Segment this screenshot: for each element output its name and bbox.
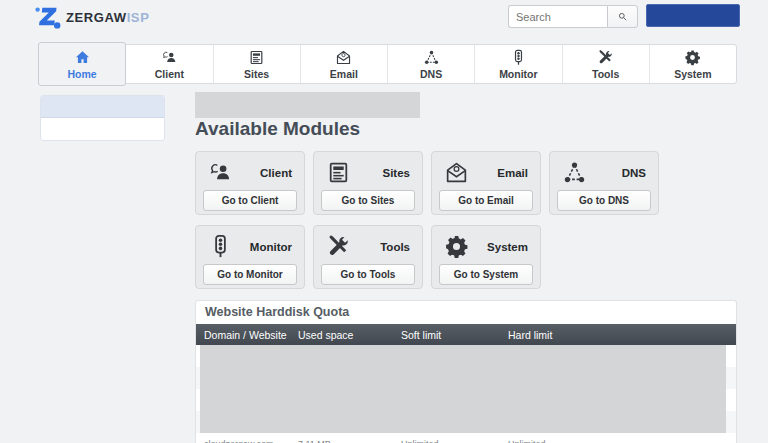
go-to-monitor-button[interactable]: Go to Monitor [203,264,297,285]
module-card-email: Email Go to Email [431,151,541,215]
tab-dns[interactable]: DNS [387,45,474,83]
table-row: cloudzergaw.com 7.11 MB Unlimited Unlimi… [196,433,736,443]
client-icon [161,49,178,66]
system-icon [684,49,701,66]
module-title: System [487,241,528,253]
monitor-icon [208,234,233,259]
logo-suffix: ISP [127,10,150,25]
zergaw-z-icon [34,5,61,30]
search-input[interactable] [508,5,607,28]
search-group [508,5,638,28]
search-button[interactable] [607,5,638,28]
logo-wordmark: ZERGAWISP [66,10,149,25]
module-title: Email [497,167,528,179]
sidebar-menu [40,95,165,141]
cell-soft-limit: Unlimited [401,439,508,443]
tab-label: Tools [592,68,619,80]
tools-icon [597,49,614,66]
module-title: Tools [380,241,410,253]
sidebar-item[interactable] [41,118,164,140]
tab-email[interactable]: Email [300,45,387,83]
go-to-dns-button[interactable]: Go to DNS [557,190,651,211]
page-title: Available Modules [195,118,360,140]
module-card-dns: DNS Go to DNS [549,151,659,215]
zergaw-logo[interactable]: ZERGAWISP [34,5,149,30]
modules-row-2: Monitor Go to Monitor Tools Go to Tools … [195,225,541,289]
breadcrumb-placeholder [195,92,420,118]
module-card-sites: Sites Go to Sites [313,151,423,215]
column-header-soft-limit: Soft limit [401,329,508,341]
dns-icon [423,49,440,66]
account-button[interactable] [646,4,740,27]
sites-icon [248,49,265,66]
tab-label: DNS [420,68,442,80]
cell-used-space: 7.11 MB [298,439,401,443]
website-harddisk-quota-panel: Website Harddisk Quota Domain / Website … [195,300,737,443]
module-card-system: System Go to System [431,225,541,289]
dns-icon [562,160,587,185]
monitor-icon [510,49,527,66]
tab-label: Client [155,68,184,80]
tab-system[interactable]: System [649,45,736,83]
tab-client[interactable]: Client [125,45,212,83]
magnifier-icon [617,11,628,22]
module-title: Client [260,167,292,179]
tab-monitor[interactable]: Monitor [474,45,561,83]
tab-label: System [674,68,711,80]
module-title: Monitor [250,241,292,253]
column-header-domain: Domain / Website [196,329,298,341]
modules-row-1: Client Go to Client Sites Go to Sites Em… [195,151,659,215]
go-to-sites-button[interactable]: Go to Sites [321,190,415,211]
email-icon [444,160,469,185]
sidebar-item-selected[interactable] [41,96,164,118]
client-icon [208,160,233,185]
sites-icon [326,160,351,185]
main-nav: Home Client Sites Email DNS Monitor Tool… [38,44,737,84]
home-icon [74,49,91,66]
module-card-monitor: Monitor Go to Monitor [195,225,305,289]
top-header: ZERGAWISP [0,0,768,36]
cell-domain: cloudzergaw.com [196,439,298,443]
module-title: Sites [383,167,411,179]
cell-hard-limit: Unlimited [508,439,736,443]
panel-title: Website Harddisk Quota [196,301,736,324]
quota-table-header: Domain / Website Used space Soft limit H… [196,324,736,345]
tab-sites[interactable]: Sites [213,45,300,83]
column-header-used-space: Used space [298,329,401,341]
go-to-email-button[interactable]: Go to Email [439,190,533,211]
quota-table-body: cloudzergaw.com 7.11 MB Unlimited Unlimi… [196,345,736,443]
go-to-tools-button[interactable]: Go to Tools [321,264,415,285]
tab-home[interactable]: Home [38,42,126,86]
tab-label: Email [330,68,358,80]
column-header-hard-limit: Hard limit [508,329,736,341]
tools-icon [326,234,351,259]
email-icon [335,49,352,66]
tab-label: Monitor [499,68,538,80]
redacted-table-rows [200,345,726,433]
system-icon [444,234,469,259]
go-to-client-button[interactable]: Go to Client [203,190,297,211]
logo-brand: ZERGAW [66,10,127,25]
tab-label: Home [68,68,97,80]
go-to-system-button[interactable]: Go to System [439,264,533,285]
module-title: DNS [622,167,646,179]
module-card-client: Client Go to Client [195,151,305,215]
tab-label: Sites [244,68,269,80]
module-card-tools: Tools Go to Tools [313,225,423,289]
tab-tools[interactable]: Tools [562,45,649,83]
